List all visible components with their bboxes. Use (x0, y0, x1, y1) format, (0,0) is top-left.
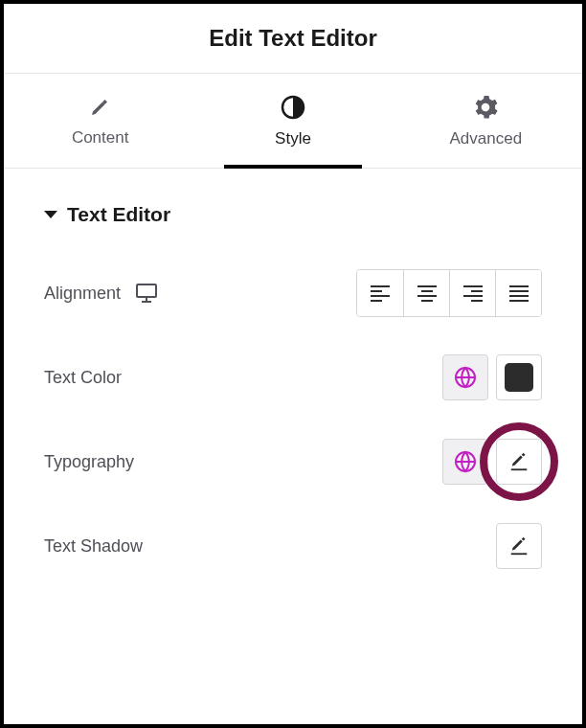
alignment-label: Alignment (44, 284, 121, 304)
tab-style[interactable]: Style (196, 74, 389, 168)
row-alignment: Alignment (44, 268, 542, 318)
align-justify-button[interactable] (495, 270, 541, 316)
alignment-buttons (356, 269, 542, 317)
tab-content[interactable]: Content (4, 74, 196, 168)
globe-icon (454, 366, 477, 389)
align-center-button[interactable] (403, 270, 449, 316)
caret-down-icon (44, 211, 57, 218)
row-text-shadow: Text Shadow (44, 521, 542, 571)
tab-label: Content (72, 128, 129, 148)
gear-icon (473, 95, 498, 120)
section-header[interactable]: Text Editor (44, 203, 542, 226)
panel-title: Edit Text Editor (4, 25, 582, 52)
svg-rect-25 (511, 553, 528, 555)
tab-label: Style (275, 129, 311, 148)
text-color-label: Text Color (44, 368, 122, 388)
align-left-button[interactable] (357, 270, 403, 316)
pencil-icon (89, 96, 112, 119)
color-swatch (505, 363, 533, 392)
typography-edit-button[interactable] (496, 439, 542, 485)
align-right-button[interactable] (449, 270, 495, 316)
desktop-icon[interactable] (136, 284, 157, 303)
pencil-edit-icon (508, 535, 530, 557)
tab-label: Advanced (450, 129, 523, 148)
pencil-edit-icon (508, 451, 530, 472)
svg-rect-24 (511, 468, 528, 470)
section-text-editor: Text Editor Alignment (4, 169, 582, 571)
contrast-icon (281, 95, 305, 120)
row-text-color: Text Color (44, 353, 542, 402)
global-color-button[interactable] (442, 354, 488, 400)
tab-advanced[interactable]: Advanced (390, 74, 582, 168)
globe-icon (454, 450, 477, 473)
global-typography-button[interactable] (442, 439, 488, 485)
row-typography: Typography (44, 437, 542, 487)
text-shadow-edit-button[interactable] (496, 523, 542, 569)
panel-header: Edit Text Editor (4, 4, 582, 74)
typography-label: Typography (44, 452, 134, 472)
color-picker-button[interactable] (496, 354, 542, 400)
section-title: Text Editor (67, 203, 170, 226)
svg-rect-1 (137, 284, 156, 297)
tabs: Content Style Advanced (4, 74, 582, 169)
text-shadow-label: Text Shadow (44, 536, 143, 557)
